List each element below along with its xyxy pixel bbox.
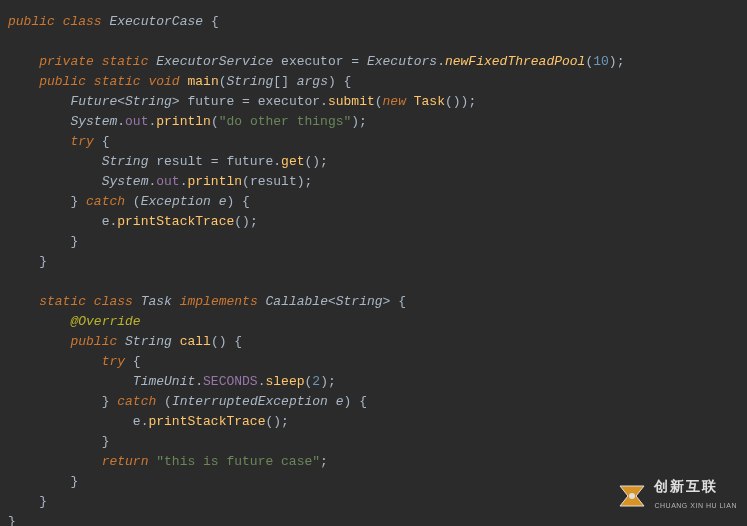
logo-icon [616, 480, 648, 512]
code-line [8, 272, 739, 292]
code-line: private static ExecutorService executor … [8, 52, 739, 72]
code-line: return "this is future case"; [8, 452, 739, 472]
code-line: public static void main(String[] args) { [8, 72, 739, 92]
code-line: System.out.println(result); [8, 172, 739, 192]
code-line [8, 32, 739, 52]
code-line: try { [8, 352, 739, 372]
watermark: 创新互联 CHUANG XIN HU LIAN [616, 476, 737, 516]
code-line: } [8, 232, 739, 252]
code-line: TimeUnit.SECONDS.sleep(2); [8, 372, 739, 392]
code-line: public class ExecutorCase { [8, 12, 739, 32]
code-line: @Override [8, 312, 739, 332]
code-line: static class Task implements Callable<St… [8, 292, 739, 312]
watermark-text-cn: 创新互联 [654, 476, 737, 496]
code-line: Future<String> future = executor.submit(… [8, 92, 739, 112]
code-line: e.printStackTrace(); [8, 212, 739, 232]
code-line: String result = future.get(); [8, 152, 739, 172]
watermark-text-en: CHUANG XIN HU LIAN [654, 496, 737, 516]
code-line: } catch (Exception e) { [8, 192, 739, 212]
code-line: } [8, 432, 739, 452]
code-editor: public class ExecutorCase { private stat… [0, 0, 747, 526]
svg-point-0 [629, 493, 635, 499]
code-line: public String call() { [8, 332, 739, 352]
code-line: try { [8, 132, 739, 152]
code-line: } [8, 252, 739, 272]
code-line: e.printStackTrace(); [8, 412, 739, 432]
code-line: } catch (InterruptedException e) { [8, 392, 739, 412]
code-line: System.out.println("do other things"); [8, 112, 739, 132]
